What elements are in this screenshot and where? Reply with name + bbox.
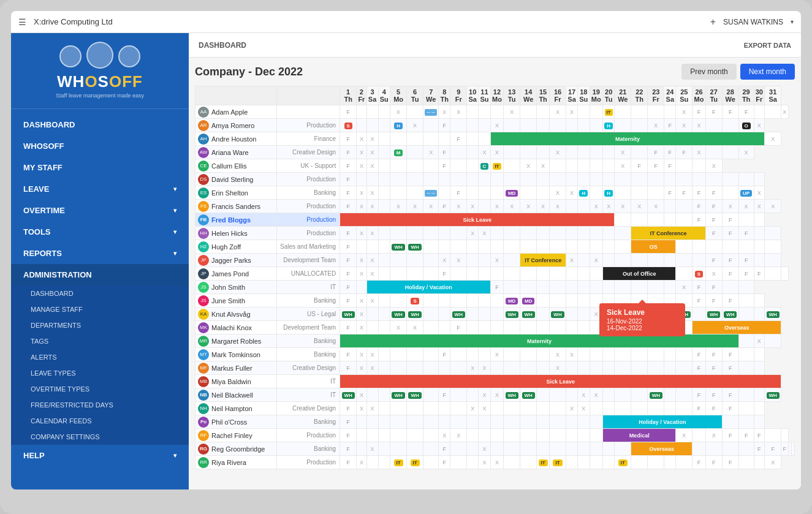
table-row: CECallum Ellis UK - Support FXXF C IT XX… xyxy=(195,159,795,173)
help-chevron-icon: ▾ xyxy=(173,452,176,459)
content-header: DASHBOARD EXPORT DATA xyxy=(189,33,801,58)
sidebar-item-reports[interactable]: REPORTS ▾ xyxy=(11,243,189,264)
table-row: MFMarkus Fuller Creative Design FXX XXX … xyxy=(195,361,795,375)
day-25: 25Su xyxy=(676,86,692,105)
day-8: 8Th xyxy=(439,86,450,105)
table-row: JSJune Smith Banking FXX S MD MD FFF xyxy=(195,294,795,308)
day-27: 27Tu xyxy=(705,86,722,105)
sidebar: WHOSOFF Staff leave management made easy… xyxy=(11,33,189,489)
day-28: 28We xyxy=(722,86,738,105)
day-15: 15Th xyxy=(537,86,550,105)
calendar-title: Company - Dec 2022 xyxy=(195,66,303,78)
day-29: 29Th xyxy=(738,86,754,105)
admin-free-restricted[interactable]: FREE/RESTRICTED DAYS xyxy=(11,397,189,413)
day-13: 13Tu xyxy=(504,86,520,105)
admin-manage-staff[interactable]: MANAGE STAFF xyxy=(11,301,189,317)
day-9: 9Fr xyxy=(450,86,467,105)
day-17: 17Sa xyxy=(566,86,578,105)
tooltip-title: Sick Leave xyxy=(607,308,678,317)
sidebar-item-tools[interactable]: ToOLS ▾ xyxy=(11,221,189,243)
day-19: 19Mo xyxy=(590,86,602,105)
day-1: 1Th xyxy=(340,86,357,105)
table-row: DSDavid Sterling Production F xyxy=(195,173,795,186)
table-row: NBNeil Blackwell IT WHX WH WH F XX WH WH… xyxy=(195,388,795,402)
table-row: MBMiya Baldwin IT Sick Leave xyxy=(195,375,795,388)
day-5: 5Mo xyxy=(390,86,407,105)
table-row: MTMark Tomkinson Banking FXXF XXX FFF xyxy=(195,348,795,361)
day-23: 23Fr xyxy=(648,86,664,105)
admin-departments[interactable]: DEPARTMENTS xyxy=(11,317,189,333)
logo-icon-left xyxy=(59,45,82,67)
main-content: DASHBOARD EXPORT DATA Company - Dec 2022… xyxy=(189,33,801,489)
reports-chevron-icon: ▾ xyxy=(173,250,176,257)
logo-subtext: Staff leave management made easy xyxy=(56,93,144,99)
prev-month-button[interactable]: Prev month xyxy=(681,64,736,80)
table-row: ARAmya Romero Production S H XF X H XFXX… xyxy=(195,119,795,132)
day-3: 3Sa xyxy=(366,86,378,105)
table-row: AHAndre Houston Finance FXXF Maternity X xyxy=(195,132,795,146)
admin-overtime-types[interactable]: OVERTIME TYPES xyxy=(11,381,189,397)
col-header-name xyxy=(195,86,277,105)
logo-area: WHOSOFF Staff leave management made easy xyxy=(11,33,189,109)
sidebar-item-leave[interactable]: LEAVE ▾ xyxy=(11,178,189,200)
admin-submenu: DASHBOARD MANAGE STAFF DEPARTMENTS TAGS … xyxy=(11,285,189,445)
logo-icon-center xyxy=(86,42,113,69)
day-7: 7We xyxy=(423,86,439,105)
sick-leave-tooltip: Sick Leave 16-Nov-2022 14-Dec-2022 xyxy=(599,303,685,336)
user-name: SUSAN WATKINS xyxy=(723,18,783,26)
calendar-top-bar: Company - Dec 2022 Prev month Next month xyxy=(195,64,795,80)
table-row: AWAriana Ware Creative Design FXX M XF X… xyxy=(195,146,795,159)
day-14: 14We xyxy=(520,86,537,105)
calendar-container: Company - Dec 2022 Prev month Next month xyxy=(189,58,801,489)
user-chevron-icon[interactable]: ▾ xyxy=(791,18,794,25)
sidebar-item-help[interactable]: HELP ▾ xyxy=(11,445,189,466)
hamburger-icon[interactable]: ☰ xyxy=(18,17,26,27)
day-21: 21We xyxy=(615,86,631,105)
col-header-dept xyxy=(277,86,340,105)
admin-leave-types[interactable]: LEAVE TYPES xyxy=(11,365,189,381)
top-bar-title: X:drive Computing Ltd xyxy=(34,17,710,26)
table-row: HHHelen Hicks Production FXXXX IT Confer… xyxy=(195,227,795,240)
day-16: 16Fr xyxy=(549,86,566,105)
day-10: 10Sa xyxy=(467,86,479,105)
day-30: 30Fr xyxy=(754,86,765,105)
admin-calendar-feeds[interactable]: CALENDAR FEEDS xyxy=(11,413,189,429)
admin-tags[interactable]: TAGS xyxy=(11,333,189,349)
sidebar-item-whosoff[interactable]: WHOSOFF xyxy=(11,135,189,157)
export-data-button[interactable]: EXPORT DATA xyxy=(744,42,791,49)
table-row: AAAdam Apple F X─ ─XX XXX IT XFFFFX xyxy=(195,105,795,119)
admin-alerts[interactable]: ALERTS xyxy=(11,349,189,365)
day-2: 2Fr xyxy=(357,86,366,105)
overtime-chevron-icon: ▾ xyxy=(173,207,176,214)
next-month-button[interactable]: Next month xyxy=(740,64,795,80)
sidebar-nav: DASHBOARD WHOSOFF MY STAFF LEAVE ▾ OVERT… xyxy=(11,109,189,471)
content-header-title: DASHBOARD xyxy=(199,41,246,50)
table-row: JPJames Pond UNALLOCATED FXXF Out of Off… xyxy=(195,267,795,281)
leave-chevron-icon: ▾ xyxy=(173,186,176,192)
table-row: JPJagger Parks Development Team FXXXX X … xyxy=(195,254,795,267)
admin-dashboard[interactable]: DASHBOARD xyxy=(11,285,189,301)
table-row: RGReg Groombridge Banking FXF X Overseas… xyxy=(195,442,795,456)
table-row: JSJohn Smith IT F Holiday / Vacation F X… xyxy=(195,281,795,294)
day-20: 20Tu xyxy=(603,86,615,105)
day-18: 18Su xyxy=(578,86,590,105)
sidebar-item-overtime[interactable]: OVERTIME ▾ xyxy=(11,200,189,221)
table-row: ESErin Shelton Banking FXX ─ ─ F MD XX H… xyxy=(195,186,795,200)
tooltip-dates: 16-Nov-2022 14-Dec-2022 xyxy=(607,318,678,331)
logo-icon-right xyxy=(118,45,140,67)
sidebar-item-mystaff[interactable]: MY STAFF xyxy=(11,157,189,178)
sidebar-item-administration[interactable]: ADMINISTRATION xyxy=(11,264,189,285)
table-row: NHNeil Hampton Creative Design FXX XXXX … xyxy=(195,402,795,415)
day-31: 31Sa xyxy=(765,86,781,105)
table-row: MKMalachi Knox Development Team FX XXF X… xyxy=(195,321,795,334)
add-button[interactable]: + xyxy=(710,17,716,28)
day-11: 11Su xyxy=(479,86,491,105)
day-26: 26Mo xyxy=(692,86,705,105)
table-row: RFRachel Finley Production F XX Medical … xyxy=(195,429,795,442)
day-22: 22Th xyxy=(631,86,648,105)
admin-company-settings[interactable]: COMPANY SETTINGS xyxy=(11,429,189,445)
table-row: HZHugh Zoff Sales and Marketing F WH WH … xyxy=(195,240,795,254)
day-24: 24Sa xyxy=(664,86,676,105)
day-6: 6Tu xyxy=(407,86,423,105)
sidebar-item-dashboard[interactable]: DASHBOARD xyxy=(11,114,189,135)
